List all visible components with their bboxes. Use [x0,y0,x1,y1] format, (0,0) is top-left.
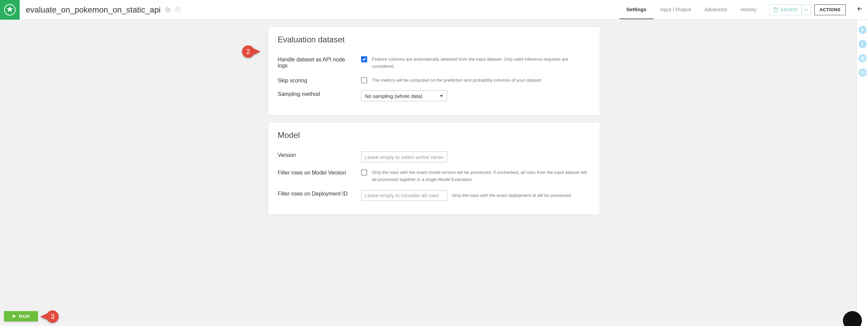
check-icon [362,57,366,61]
rail-discuss-icon[interactable] [859,54,867,62]
svg-rect-2 [167,9,170,12]
skip-scoring-help: The metrics will be computed on the pred… [372,77,542,84]
rail-history-icon[interactable] [859,68,867,77]
evaluation-dataset-card: Evaluation dataset Handle dataset as API… [268,26,600,115]
svg-point-7 [862,58,863,59]
filter-deploy-input[interactable] [361,190,447,201]
handle-dataset-label: Handle dataset as API node logs [278,56,356,69]
tab-advanced[interactable]: Advanced [697,0,734,19]
model-card: Model Version Filter rows on Model Versi… [268,122,600,215]
filter-version-checkbox[interactable] [361,169,367,176]
svg-rect-5 [775,8,776,9]
main-content: Evaluation dataset Handle dataset as API… [0,20,868,256]
filter-deploy-label: Filter rows on Deployment ID [278,190,356,197]
evaluation-heading: Evaluation dataset [278,35,590,44]
chevron-down-icon [805,8,808,12]
filter-deploy-help: Only the rows with the exact deployment … [452,190,572,199]
saved-button[interactable]: SAVED! [769,4,802,15]
skip-scoring-checkbox[interactable] [361,77,367,83]
filter-version-help: Only the rows with the exact model versi… [372,169,590,183]
save-icon [773,7,778,13]
tab-bar: Settings Input / Output Advanced History [619,0,763,19]
saved-dropdown[interactable] [802,4,811,15]
filter-version-label: Filter rows on Model Version [278,169,356,176]
annotation-2: 2 [242,45,260,58]
saved-label: SAVED! [781,7,798,12]
svg-point-6 [861,57,864,60]
refresh-disabled-icon [175,7,181,13]
tab-history[interactable]: History [734,0,763,19]
sampling-method-label: Sampling method [278,90,356,97]
back-arrow[interactable] [852,5,868,14]
side-rail: + i [856,20,868,256]
handle-dataset-help: Feature columns are automatically detect… [372,56,590,70]
chevron-down-icon: ▼ [439,94,443,98]
app-logo[interactable] [0,0,20,20]
handle-dataset-checkbox[interactable] [361,56,367,62]
header: evaluate_on_pokemon_on_static_api Settin… [0,0,868,20]
sampling-method-select[interactable]: No sampling (whole data) ▼ [361,90,447,101]
recipe-icon [4,4,16,16]
sampling-method-value: No sampling (whole data) [365,93,422,99]
rail-add-icon[interactable]: + [859,26,867,34]
tab-settings[interactable]: Settings [619,0,653,19]
svg-rect-3 [166,8,169,11]
model-heading: Model [278,130,590,140]
skip-scoring-label: Skip scoring [278,77,356,84]
rail-info-icon[interactable]: i [859,40,867,48]
version-label: Version [278,151,356,158]
copy-icon[interactable] [165,7,171,13]
tab-input-output[interactable]: Input / Output [653,0,698,19]
actions-button[interactable]: ACTIONS [814,4,846,15]
arrow-left-icon [856,5,863,12]
version-input[interactable] [361,151,447,162]
page-title: evaluate_on_pokemon_on_static_api [26,5,161,15]
